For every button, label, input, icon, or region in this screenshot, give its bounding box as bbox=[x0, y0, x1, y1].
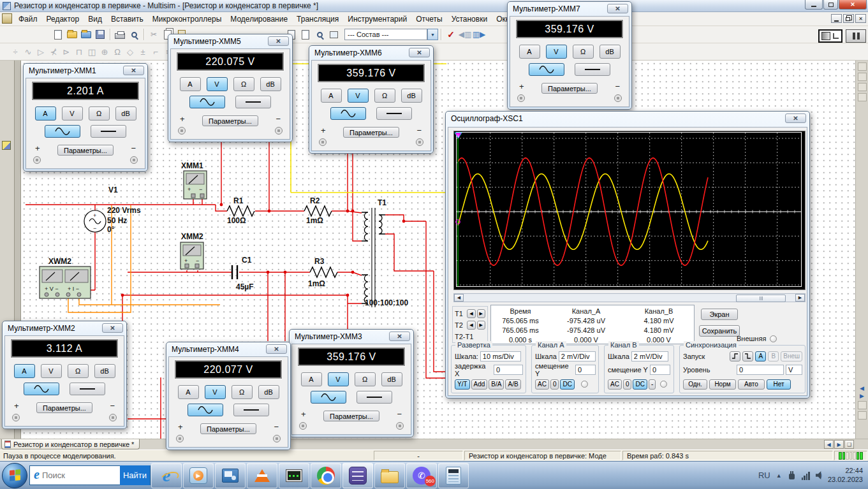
channel-b-offset-field[interactable] bbox=[650, 365, 670, 375]
cut-icon[interactable]: ✂ bbox=[147, 28, 160, 41]
dc-mode-button[interactable] bbox=[233, 404, 269, 416]
trigger-auto-button[interactable]: Авто bbox=[738, 379, 765, 390]
t1-left-button[interactable]: ◀ bbox=[467, 309, 475, 318]
taskbar-simulation-button[interactable] bbox=[279, 463, 309, 488]
ttl-component-icon[interactable]: ⊓ bbox=[73, 47, 85, 57]
redo-icon[interactable] bbox=[299, 28, 312, 41]
window-titlebar[interactable]: Резистор и конденсатор в первичке - Mult… bbox=[0, 0, 868, 12]
open-file-icon[interactable] bbox=[66, 28, 78, 41]
mdi-minimize-button[interactable] bbox=[831, 14, 842, 23]
component-xmm2-icon[interactable]: +− bbox=[180, 242, 203, 269]
language-indicator[interactable]: RU bbox=[758, 471, 770, 480]
new-file-icon[interactable] bbox=[52, 28, 64, 41]
sync-level-field[interactable] bbox=[737, 365, 784, 375]
menu-mcu[interactable]: Микроконтроллеры bbox=[148, 13, 226, 25]
mode-a-button[interactable]: A bbox=[301, 372, 322, 386]
transistor-component-icon[interactable]: ⊀ bbox=[47, 47, 60, 57]
trigger-none-button[interactable]: Нет bbox=[767, 379, 791, 390]
multimeter-close-button[interactable]: ✕ bbox=[389, 332, 410, 341]
document-icon[interactable] bbox=[2, 13, 12, 24]
trigger-single-button[interactable]: Одн. bbox=[683, 379, 707, 390]
ac-mode-button[interactable] bbox=[529, 63, 564, 76]
ac-mode-button[interactable] bbox=[45, 125, 80, 138]
mode-db-button[interactable]: dB bbox=[260, 77, 281, 91]
print-preview-icon[interactable] bbox=[128, 28, 140, 41]
timebase-delay-field[interactable] bbox=[494, 365, 523, 375]
split-view-icon[interactable]: ❏ bbox=[844, 440, 854, 449]
channel-b-zero-button[interactable]: 0 bbox=[623, 379, 632, 390]
minimize-button[interactable] bbox=[805, 0, 823, 10]
component-r3[interactable] bbox=[310, 267, 337, 277]
scroll-thumb[interactable] bbox=[736, 295, 786, 302]
parameters-button[interactable]: Параметры... bbox=[200, 423, 256, 434]
run-switch-button[interactable] bbox=[818, 29, 842, 43]
mode-ohm-button[interactable]: Ω bbox=[573, 45, 594, 59]
dc-mode-button[interactable] bbox=[70, 383, 105, 395]
multimeter-close-button[interactable]: ✕ bbox=[123, 66, 144, 75]
multimeter-window[interactable]: Мультиметр-XMM4 ✕ 220.077 V A V Ω dB bbox=[166, 342, 291, 450]
taskbar-viber-button[interactable]: ✆ 560 bbox=[406, 463, 437, 488]
erc-check-icon[interactable]: ✓ bbox=[445, 28, 457, 41]
sheet-icon[interactable] bbox=[858, 411, 867, 420]
parameters-button[interactable]: Параметры... bbox=[36, 402, 92, 413]
ab-mode-button[interactable]: A/B bbox=[505, 379, 520, 390]
mode-v-button[interactable]: V bbox=[41, 364, 62, 378]
component-r1[interactable] bbox=[227, 206, 254, 216]
taskbar-search[interactable]: e Найти bbox=[29, 465, 151, 485]
menu-reports[interactable]: Отчеты bbox=[411, 13, 446, 25]
yt-mode-button[interactable]: Y/T bbox=[455, 379, 470, 390]
instrument-icon[interactable] bbox=[858, 73, 867, 81]
save-icon[interactable] bbox=[94, 28, 107, 41]
oscilloscope-screen[interactable]: 1 bbox=[453, 131, 805, 290]
mode-a-button[interactable]: A bbox=[178, 385, 199, 399]
cmos-component-icon[interactable]: ◫ bbox=[85, 47, 98, 57]
t2-left-button[interactable]: ◀ bbox=[467, 321, 475, 330]
taskbar-chrome-button[interactable] bbox=[311, 463, 341, 488]
oscilloscope-titlebar[interactable]: Осциллограф-XSC1 bbox=[446, 112, 809, 125]
sync-level-unit[interactable] bbox=[786, 365, 802, 375]
power-component-icon[interactable]: ± bbox=[136, 47, 149, 57]
scope-scrollbar[interactable]: ◀ ▶ bbox=[453, 293, 805, 302]
ac-mode-button[interactable] bbox=[330, 107, 366, 120]
combo-dropdown-icon[interactable]: ▼ bbox=[427, 29, 438, 40]
mode-a-button[interactable]: A bbox=[321, 89, 342, 103]
ac-mode-button[interactable] bbox=[189, 96, 225, 108]
maximize-button[interactable] bbox=[823, 0, 838, 10]
multimeter-window[interactable]: Мультиметр-XMM6 ✕ 359.176 V A V Ω dB bbox=[309, 45, 434, 154]
menu-view[interactable]: Вид bbox=[84, 13, 107, 25]
t2-right-button[interactable]: ▶ bbox=[477, 321, 485, 330]
mode-v-button[interactable]: V bbox=[207, 77, 228, 91]
mode-v-button[interactable]: V bbox=[62, 106, 83, 120]
component-r2[interactable] bbox=[304, 206, 332, 216]
channel-a-offset-field[interactable] bbox=[575, 365, 596, 375]
in-use-list-icon[interactable] bbox=[2, 141, 11, 150]
channel-b-scale-field[interactable] bbox=[631, 351, 668, 361]
mdi-close-button[interactable]: ✕ bbox=[855, 14, 866, 23]
ac-mode-button[interactable] bbox=[24, 383, 59, 395]
import-icon[interactable]: ◀▥ bbox=[459, 28, 471, 41]
basic-component-icon[interactable]: ∿ bbox=[22, 47, 34, 57]
ac-mode-button[interactable] bbox=[311, 391, 346, 404]
taskbar-media-player-button[interactable]: ▶ bbox=[183, 463, 214, 488]
dc-mode-button[interactable] bbox=[575, 63, 610, 76]
oscilloscope-window[interactable]: Осциллограф-XSC1 ✕ 1 ◀ ▶ bbox=[445, 111, 810, 398]
tray-clock[interactable]: 22:44 23.02.2023 bbox=[828, 467, 863, 485]
channel-b-ac-button[interactable]: AC bbox=[608, 379, 622, 390]
channel-a-dc-button[interactable]: DC bbox=[560, 379, 574, 390]
search-input[interactable] bbox=[42, 471, 120, 480]
analog-component-icon[interactable]: ⊳ bbox=[60, 47, 73, 57]
multimeter-window[interactable]: Мультиметр-XMM2 ✕ 3.112 A A V Ω dB bbox=[2, 321, 127, 429]
mode-ohm-button[interactable]: Ω bbox=[233, 77, 254, 91]
channel-a-ac-button[interactable]: AC bbox=[535, 379, 549, 390]
trigger-rising-edge-button[interactable] bbox=[730, 351, 740, 361]
mdi-restore-button[interactable] bbox=[843, 14, 854, 23]
component-xwm2-icon[interactable]: + V − + I − bbox=[40, 266, 91, 298]
mode-db-button[interactable]: dB bbox=[600, 45, 621, 59]
multimeter-close-button[interactable]: ✕ bbox=[268, 36, 289, 46]
taskbar-vlc-button[interactable] bbox=[247, 463, 277, 488]
trigger-source-a-button[interactable]: A bbox=[755, 351, 766, 361]
multimeter-window[interactable]: Мультиметр-XMM1 ✕ 2.201 A A V Ω dB bbox=[23, 63, 148, 172]
menu-transfer[interactable]: Трансляция bbox=[292, 13, 343, 25]
design-combo-value[interactable] bbox=[344, 29, 427, 40]
sheet-next-icon[interactable]: ▶ bbox=[856, 393, 868, 399]
